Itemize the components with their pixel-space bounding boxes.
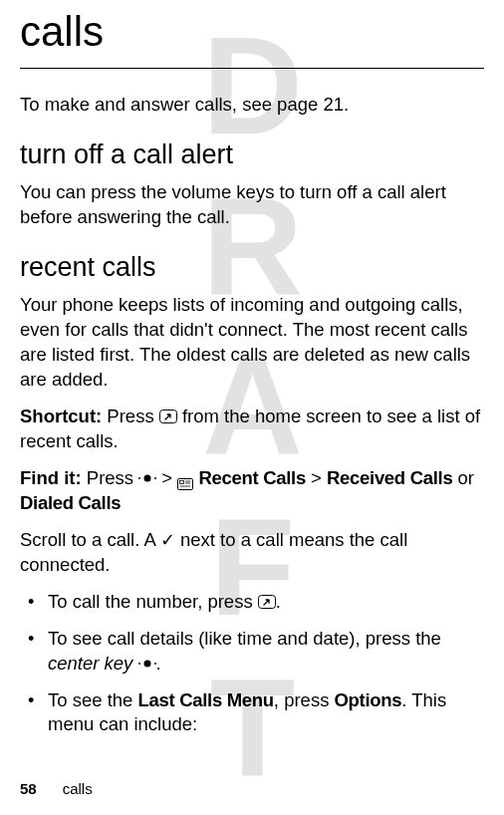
list-item: To see the Last Calls Menu, press Option… (48, 688, 484, 738)
findit-gt2: > (306, 467, 327, 488)
b3-options: Options (335, 689, 402, 710)
findit-recent: Recent Calls (198, 467, 305, 488)
recent-calls-icon (177, 472, 193, 485)
bullet-list: To call the number, press . To see call … (20, 590, 484, 738)
page-content: calls To make and answer calls, see page… (20, 0, 484, 737)
findit-pre: Press (82, 467, 139, 488)
section-heading-recent: recent calls (20, 252, 484, 283)
shortcut-label: Shortcut: (20, 406, 102, 426)
send-key-icon (159, 409, 177, 423)
recent-body-1: Your phone keeps lists of incoming and o… (20, 293, 484, 393)
b2-pre: To see call details (like time and date)… (48, 628, 441, 649)
section-body-alert: You can press the volume keys to turn of… (20, 180, 484, 230)
b2-italic: center key (48, 653, 132, 674)
send-key-icon (258, 595, 276, 609)
b3-menu: Last Calls Menu (138, 689, 274, 710)
b2-post: . (156, 653, 161, 674)
findit-received: Received Calls (327, 467, 452, 488)
findit-or: or (452, 467, 474, 488)
shortcut-pre: Press (102, 406, 159, 426)
list-item: To see call details (like time and date)… (48, 627, 484, 677)
intro-paragraph: To make and answer calls, see page 21. (20, 93, 484, 118)
b3-mid: , press (274, 689, 335, 710)
page-number: 58 (20, 780, 37, 797)
b1-post: . (276, 591, 281, 612)
page-footer: 58calls (20, 780, 93, 797)
checkmark-icon: ✓ (160, 528, 175, 552)
list-item: To call the number, press . (48, 590, 484, 615)
svg-rect-1 (180, 481, 184, 484)
b3-pre: To see the (48, 689, 138, 710)
findit-label: Find it: (20, 467, 82, 488)
title-rule (20, 68, 484, 69)
center-key-icon (138, 471, 156, 485)
shortcut-paragraph: Shortcut: Press from the home screen to … (20, 405, 484, 454)
page-title: calls (20, 0, 484, 64)
findit-paragraph: Find it: Press > Recent Calls > Received… (20, 466, 484, 516)
footer-section: calls (63, 780, 93, 797)
findit-gt1: > (156, 467, 177, 488)
scroll-pre: Scroll to a call. A (20, 529, 160, 550)
center-key-icon (138, 657, 156, 671)
section-heading-alert: turn off a call alert (20, 139, 484, 170)
b1-pre: To call the number, press (48, 591, 258, 612)
scroll-paragraph: Scroll to a call. A ✓ next to a call mea… (20, 528, 484, 578)
findit-dialed: Dialed Calls (20, 492, 121, 513)
